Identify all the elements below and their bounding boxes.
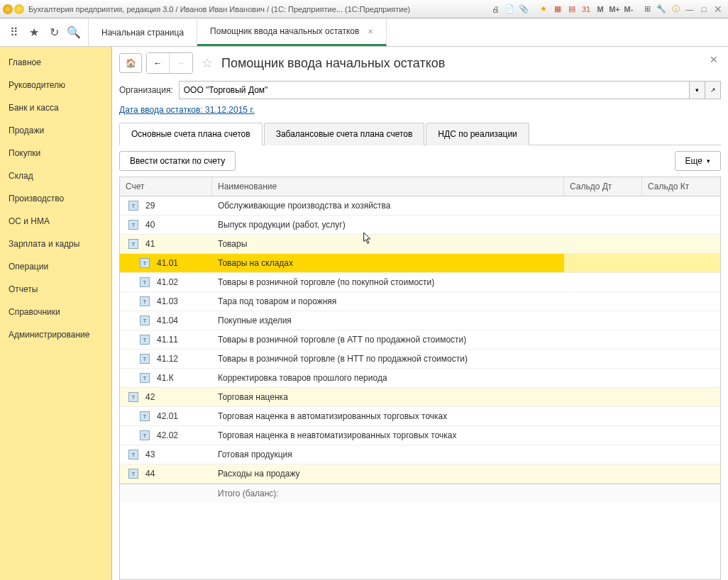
credit-cell <box>642 235 720 253</box>
nav-operations[interactable]: Операции <box>0 255 111 278</box>
tb-wrench-icon[interactable]: 🔧 <box>655 3 668 16</box>
table-row[interactable]: T40Выпуск продукции (работ, услуг) <box>120 216 720 235</box>
account-code: 42.02 <box>157 430 178 440</box>
table-row[interactable]: T41.12Товары в розничной торговле (в НТТ… <box>120 350 720 369</box>
account-icon: T <box>140 430 150 440</box>
table-row[interactable]: T41.03Тара под товаром и порожняя <box>120 292 720 311</box>
close-icon[interactable]: ✕ <box>712 3 724 16</box>
org-open-icon[interactable]: ↗ <box>705 81 721 99</box>
col-name[interactable]: Наименование <box>212 177 564 196</box>
nav-assets[interactable]: ОС и НМА <box>0 210 111 233</box>
account-code: 29 <box>145 201 155 211</box>
debit-cell <box>564 235 642 253</box>
table-row[interactable]: T41.01Товары на складах <box>120 254 720 273</box>
tb-clip-icon[interactable]: 📎 <box>517 3 530 16</box>
account-name: Тара под товаром и порожняя <box>212 292 564 311</box>
table-row[interactable]: T29Обслуживающие производства и хозяйств… <box>120 196 720 216</box>
org-input[interactable] <box>179 81 690 99</box>
enter-balance-button[interactable]: Ввести остатки по счету <box>119 151 236 171</box>
fav-icon[interactable]: ★ <box>24 23 44 43</box>
account-name: Выпуск продукции (работ, услуг) <box>212 216 564 234</box>
maximize-icon[interactable]: □ <box>697 3 710 16</box>
more-button-label: Еще <box>685 156 702 166</box>
tb-panel-icon[interactable]: ⊞ <box>641 3 653 16</box>
table-row[interactable]: T41Товары <box>120 235 720 254</box>
tb-doc-icon[interactable]: 📄 <box>503 3 516 16</box>
tb-cal1-icon[interactable]: ▦ <box>551 3 564 16</box>
back-button[interactable]: ← <box>147 53 170 73</box>
table-row[interactable]: T42.02Торговая наценка в неавтоматизиров… <box>120 426 720 445</box>
nav-bank[interactable]: Банк и касса <box>0 96 111 119</box>
org-dropdown-icon[interactable]: ▾ <box>690 81 705 99</box>
nav-main[interactable]: Главное <box>0 51 111 74</box>
tab-assistant-label: Помощник ввода начальных остатков <box>210 26 359 36</box>
star-icon[interactable]: ☆ <box>202 55 213 71</box>
nav-directories[interactable]: Справочники <box>0 301 111 323</box>
account-code: 41.К <box>157 373 174 383</box>
nav-warehouse[interactable]: Склад <box>0 164 111 187</box>
table-row[interactable]: T41.ККорректировка товаров прошлого пери… <box>120 369 720 388</box>
nav-hr[interactable]: Зарплата и кадры <box>0 233 111 255</box>
date-link[interactable]: Дата ввода остатков: 31.12.2015 г. <box>119 105 255 115</box>
account-icon: T <box>140 335 150 345</box>
tb-mplus-icon[interactable]: M+ <box>608 3 621 16</box>
credit-cell <box>642 292 720 311</box>
account-icon: T <box>128 469 138 479</box>
credit-cell <box>642 311 720 330</box>
table-row[interactable]: T44Расходы на продажу <box>120 464 720 484</box>
tab-home[interactable]: Начальная страница <box>89 18 197 46</box>
tb-mminus-icon[interactable]: M- <box>622 3 635 16</box>
subtab-main[interactable]: Основные счета плана счетов <box>119 123 263 145</box>
table-row[interactable]: T42.01Торговая наценка в автоматизирован… <box>120 407 720 426</box>
account-icon: T <box>140 354 150 364</box>
nav-production[interactable]: Производство <box>0 187 111 210</box>
tab-close-icon[interactable]: ✕ <box>368 28 373 35</box>
nav-reports[interactable]: Отчеты <box>0 278 111 301</box>
nav-manager[interactable]: Руководителю <box>0 74 111 96</box>
col-account[interactable]: Счет <box>120 177 212 196</box>
credit-cell <box>642 426 720 445</box>
table-row[interactable]: T41.02Товары в розничной торговле (по по… <box>120 273 720 292</box>
table-row[interactable]: T43Готовая продукция <box>120 445 720 464</box>
nav-purchases[interactable]: Покупки <box>0 142 111 164</box>
sidebar: Главное Руководителю Банк и касса Продаж… <box>0 47 112 580</box>
forward-button[interactable]: → <box>170 53 192 73</box>
tb-info-icon[interactable]: ⓘ <box>669 3 682 16</box>
nav-sales[interactable]: Продажи <box>0 119 111 142</box>
content-close-icon[interactable]: ✕ <box>710 54 718 65</box>
credit-cell <box>642 330 720 349</box>
subtab-offbalance[interactable]: Забалансовые счета плана счетов <box>264 123 425 145</box>
subtab-vat[interactable]: НДС по реализации <box>426 123 529 145</box>
more-button[interactable]: Еще ▾ <box>675 151 721 171</box>
tb-calc-icon[interactable]: ▤ <box>566 3 578 16</box>
history-icon[interactable]: ↻ <box>44 23 64 43</box>
search-icon[interactable]: 🔍 <box>64 23 84 43</box>
credit-cell <box>642 254 720 272</box>
tb-cal2-icon[interactable]: 31 <box>580 3 592 16</box>
account-icon: T <box>140 316 150 325</box>
nav-admin[interactable]: Администрирование <box>0 323 111 346</box>
account-name: Товары в розничной торговле (в АТТ по пр… <box>212 330 564 349</box>
table-row[interactable]: T41.04Покупные изделия <box>120 311 720 330</box>
debit-cell <box>564 196 642 215</box>
page-title: Помощник ввода начальных остатков <box>221 56 445 71</box>
credit-cell <box>642 350 720 368</box>
tb-star-icon[interactable]: ★ <box>537 3 550 16</box>
debit-cell <box>564 292 642 311</box>
home-button[interactable]: 🏠 <box>119 53 142 73</box>
account-icon: T <box>140 411 150 421</box>
col-debit[interactable]: Сальдо Дт <box>564 177 642 196</box>
col-credit[interactable]: Сальдо Кт <box>642 177 720 196</box>
tb-print-icon[interactable]: 🖨 <box>489 3 502 16</box>
tab-assistant[interactable]: Помощник ввода начальных остатков ✕ <box>197 18 387 46</box>
table-row[interactable]: T42Торговая наценка <box>120 388 720 407</box>
table-row[interactable]: T41.11Товары в розничной торговле (в АТТ… <box>120 330 720 350</box>
account-code: 41.12 <box>157 354 178 364</box>
account-icon: T <box>140 258 150 268</box>
apps-icon[interactable]: ⠿ <box>4 23 24 43</box>
debit-cell <box>564 426 642 445</box>
minimize-icon[interactable]: — <box>683 3 696 16</box>
debit-cell <box>564 369 642 387</box>
account-code: 41.01 <box>157 258 178 268</box>
tb-m-icon[interactable]: M <box>594 3 607 16</box>
